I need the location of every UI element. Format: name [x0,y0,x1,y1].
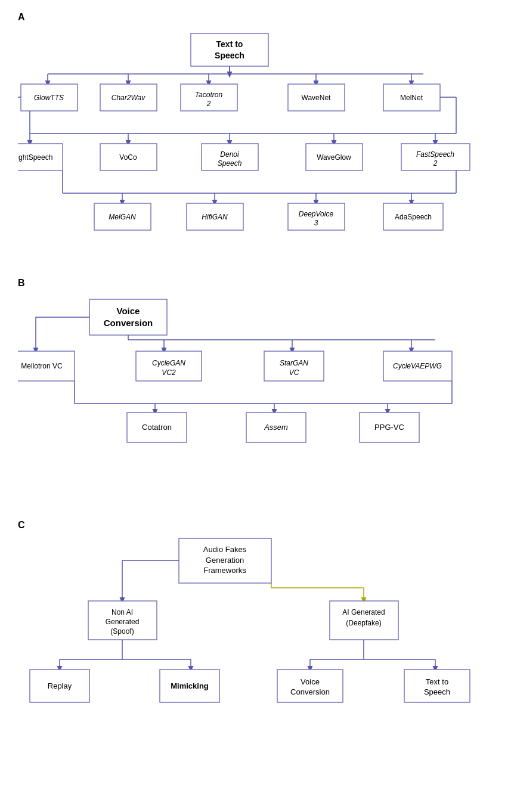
svg-text:DeepVoice: DeepVoice [299,210,334,218]
svg-text:Conversion: Conversion [290,687,330,696]
svg-text:AdaSpeech: AdaSpeech [395,213,432,221]
svg-text:Mellotron VC: Mellotron VC [21,362,63,370]
section-c-label: C [18,520,493,531]
svg-text:Cotatron: Cotatron [142,423,172,432]
svg-text:Denoi: Denoi [220,150,239,159]
section-a-label: A [18,12,493,23]
svg-text:StarGAN: StarGAN [280,359,308,367]
section-a-diagram: Text to Speech GlowTTS Char2Wav Tacotron… [18,27,493,254]
svg-text:Speech: Speech [215,51,244,60]
svg-text:VC: VC [289,368,299,377]
svg-text:Voice: Voice [301,677,320,686]
svg-text:Tacotron: Tacotron [195,91,223,99]
svg-text:Speech: Speech [424,687,450,696]
svg-text:CycleGAN: CycleGAN [152,359,185,367]
svg-text:(Deepfake): (Deepfake) [346,619,381,627]
svg-text:2: 2 [206,100,211,108]
svg-text:VC2: VC2 [162,368,176,377]
svg-text:(Spoof): (Spoof) [110,627,134,636]
svg-text:Generation: Generation [206,556,244,565]
svg-text:LightSpeech: LightSpeech [18,153,52,162]
svg-text:Audio Fakes: Audio Fakes [203,545,247,554]
svg-text:Text to: Text to [426,677,448,686]
svg-text:CycleVAEPWG: CycleVAEPWG [393,362,442,370]
svg-text:Non AI: Non AI [112,608,133,616]
svg-text:Generated: Generated [106,618,140,626]
svg-text:MelNet: MelNet [400,94,423,102]
svg-text:Frameworks: Frameworks [203,566,246,575]
svg-text:Mimicking: Mimicking [171,681,209,690]
section-b-label: B [18,278,493,289]
svg-text:Text to: Text to [216,39,243,49]
svg-text:Replay: Replay [48,681,72,690]
svg-rect-0 [191,33,268,66]
section-a: A Text to Speech GlowTTS Char2Wav Tacotr… [18,12,493,254]
svg-text:HifiGAN: HifiGAN [202,213,228,221]
svg-text:Speech: Speech [218,159,242,168]
svg-text:FastSpeech: FastSpeech [416,150,454,159]
svg-text:AI Generated: AI Generated [342,608,385,616]
section-c-diagram: Audio Fakes Generation Frameworks Non AI… [18,535,493,750]
section-b: B Voice Conversion Mellotron VC CycleGAN… [18,278,493,496]
svg-text:PPG-VC: PPG-VC [374,423,404,432]
svg-rect-60 [89,299,167,335]
section-c: C Audio Fakes Generation Frameworks Non … [18,520,493,750]
svg-text:WaveGlow: WaveGlow [317,153,351,162]
svg-text:Char2Wav: Char2Wav [112,94,145,102]
svg-text:WaveNet: WaveNet [302,94,332,102]
svg-text:VoCo: VoCo [119,153,137,162]
svg-text:GlowTTS: GlowTTS [34,94,64,102]
svg-text:MelGAN: MelGAN [109,213,136,221]
svg-text:Assem: Assem [264,423,288,432]
svg-text:3: 3 [314,219,318,227]
svg-text:2: 2 [433,159,438,168]
svg-text:Conversion: Conversion [104,318,153,328]
section-b-diagram: Voice Conversion Mellotron VC CycleGAN V… [18,293,493,496]
svg-text:Voice: Voice [117,306,140,316]
